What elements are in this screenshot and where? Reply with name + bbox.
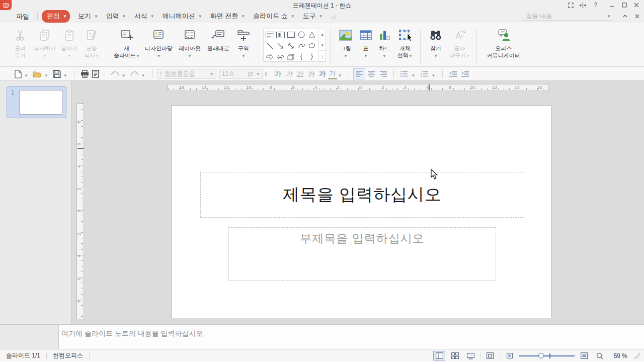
subtitle-placeholder[interactable]: 부제목을 입력하십시오 (228, 227, 496, 281)
slideshow-button[interactable] (464, 351, 476, 360)
slide-sorter-view-button[interactable] (449, 351, 461, 360)
layout-button[interactable]: 레이아웃▼ (175, 28, 204, 60)
menu-insert[interactable]: 입력▼ (101, 10, 129, 23)
decrease-indent-button[interactable] (447, 68, 459, 79)
menu-view[interactable]: 보기▼ (73, 10, 101, 23)
undo-button[interactable] (109, 68, 121, 79)
split-view-icon[interactable] (577, 0, 588, 10)
office-communicator-button[interactable]: 오피스커뮤니케이터 (481, 28, 526, 59)
notes-pane[interactable]: 여기에 슬라이드 노트의 내용을 입력하십시오 (0, 324, 644, 349)
chevron-down-icon[interactable]: ▼ (607, 14, 613, 19)
shapes-scroll-up[interactable]: ▲ (319, 29, 326, 40)
slide-canvas[interactable]: 제목을 입력하십시오 부제목을 입력하십시오 (171, 105, 551, 318)
align-center-button[interactable] (365, 68, 377, 79)
numbered-list-button[interactable]: 123 (418, 68, 430, 79)
find-input[interactable]: 찾을 내용 ▼ (523, 12, 613, 21)
close-button[interactable] (631, 0, 642, 10)
menu-format[interactable]: 서식▼ (129, 10, 157, 23)
format-copy-button[interactable]: 모양복사▼ (80, 28, 103, 60)
increase-indent-button[interactable] (459, 68, 471, 79)
shape-curve[interactable] (297, 41, 306, 51)
zoom-slider-knob[interactable] (538, 353, 544, 358)
shape-left-brace[interactable] (297, 52, 306, 62)
chevron-down-icon[interactable]: ▼ (338, 73, 342, 78)
paste-button[interactable]: 붙이기▼ (58, 28, 80, 60)
chart-button[interactable]: 차트▼ (375, 28, 394, 60)
section-button[interactable]: 구역▼ (232, 28, 255, 60)
normal-view-button[interactable] (433, 351, 445, 360)
table-button[interactable]: 표▼ (357, 28, 375, 60)
close-find-button[interactable] (632, 12, 642, 21)
select-object-button[interactable]: 개체선택▼ (394, 28, 416, 60)
shadow-button[interactable]: 가 (306, 69, 317, 78)
print-preview-button[interactable] (91, 68, 101, 79)
minimize-button[interactable] (607, 0, 618, 10)
replace-text-button[interactable]: a 글자바꾸기▼ (447, 28, 472, 60)
shape-triangle[interactable] (307, 30, 317, 40)
menu-tools[interactable]: 도구▼ (298, 10, 326, 23)
zoom-magnifier-icon[interactable] (594, 351, 606, 360)
maximize-button[interactable] (619, 0, 630, 10)
chevron-down-icon[interactable]: ▼ (63, 73, 67, 78)
redo-button[interactable] (129, 68, 140, 79)
shape-vertical-textbox[interactable] (276, 30, 285, 40)
resize-grip-icon[interactable] (634, 353, 640, 359)
title-placeholder[interactable]: 제목을 입력하십시오 (200, 172, 524, 218)
chevron-down-icon[interactable]: ▼ (122, 73, 126, 78)
shape-right-arrow[interactable] (265, 52, 275, 62)
help-icon[interactable]: ? (590, 0, 601, 10)
shape-rectangle[interactable] (286, 30, 296, 40)
slide-thumbnail-selected[interactable]: 1 (7, 86, 66, 118)
italic-button[interactable]: 가 (284, 69, 295, 78)
cut-button[interactable]: 오려두기 (9, 28, 31, 59)
align-left-button[interactable] (353, 68, 365, 79)
new-document-button[interactable] (13, 68, 23, 79)
font-size-stepper[interactable]: ▲▼ (265, 71, 268, 76)
print-button[interactable] (79, 68, 91, 79)
chevron-down-icon[interactable]: ▼ (431, 73, 435, 78)
chevron-down-icon[interactable]: ▼ (411, 73, 415, 78)
menu-slideshow[interactable]: 슬라이드 쇼▼ (248, 10, 298, 23)
chevron-down-icon[interactable]: ▼ (44, 73, 48, 78)
menu-transition[interactable]: 화면 전환▼ (205, 10, 249, 23)
zoom-slider[interactable] (519, 351, 575, 360)
underline-button[interactable]: 가 (295, 69, 306, 78)
shape-horizontal-textbox[interactable] (265, 30, 275, 40)
copy-button[interactable]: 복사하기▼ (31, 28, 58, 60)
menu-file[interactable]: 파일 (12, 11, 33, 23)
find-button[interactable]: 찾기▼ (425, 28, 447, 60)
design-button[interactable]: 디자인마당▼ (142, 28, 175, 60)
shape-left-right-arrow[interactable] (276, 52, 285, 62)
open-document-button[interactable] (31, 68, 43, 79)
slide-thumbnail-preview[interactable] (19, 90, 62, 115)
shapes-scroll-down[interactable]: ↓ (319, 51, 326, 61)
shape-freeform[interactable] (307, 41, 317, 51)
slide-thumbnail-panel[interactable]: 1 (0, 81, 72, 324)
zoom-out-button[interactable] (504, 351, 516, 360)
shape-double-arrow-line[interactable] (286, 41, 296, 51)
chevron-down-icon[interactable]: ▼ (24, 73, 28, 78)
zoom-in-button[interactable] (578, 351, 590, 360)
zoom-percentage[interactable]: 59 % (609, 352, 627, 359)
collapse-find-button[interactable] (620, 12, 630, 21)
save-button[interactable] (51, 68, 62, 79)
menu-animation[interactable]: 애니메이션▼ (157, 10, 205, 23)
reset-button[interactable]: 원래대로 (204, 28, 232, 52)
chevron-down-icon[interactable]: ▼ (141, 73, 145, 78)
font-color-button[interactable]: 가 (328, 69, 337, 79)
shape-line[interactable] (265, 41, 275, 51)
new-slide-button[interactable]: 새슬라이드▼ (111, 28, 142, 60)
brand-label[interactable]: 한컴오피스 (47, 351, 89, 360)
shape-arrow-line[interactable] (276, 41, 285, 51)
font-name-select[interactable]: T 함초롬돋움 ▼ (157, 69, 216, 79)
shape-ellipse[interactable] (297, 30, 306, 40)
shapes-dropdown[interactable]: ▼ (319, 40, 326, 51)
emboss-button[interactable]: 가 (317, 69, 328, 78)
align-right-button[interactable] (377, 68, 389, 79)
shape-right-brace[interactable] (307, 52, 317, 62)
picture-button[interactable]: 그림▼ (335, 28, 357, 60)
menu-edit[interactable]: 편집▼ (42, 10, 70, 23)
zoom-slider-track[interactable] (519, 355, 575, 356)
bold-button[interactable]: 가 (273, 69, 284, 78)
bullet-list-button[interactable] (398, 68, 410, 79)
